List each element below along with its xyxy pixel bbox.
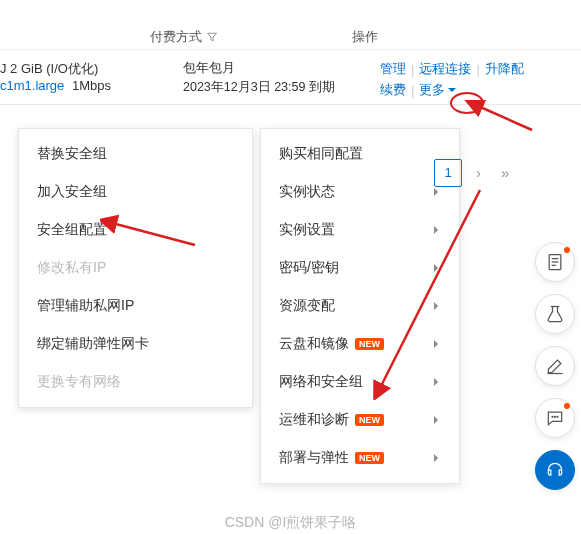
submenu-item-2[interactable]: 安全组配置: [19, 211, 252, 249]
float-btn-lab[interactable]: [535, 294, 575, 334]
more-item-0[interactable]: 购买相同配置: [261, 135, 459, 173]
action-upgrade[interactable]: 升降配: [485, 60, 524, 78]
chevron-right-icon: [431, 187, 441, 197]
payment-cell: 包年包月 2023年12月3日 23:59 到期: [183, 60, 335, 96]
badge-new: NEW: [355, 414, 384, 426]
float-btn-edit[interactable]: [535, 346, 575, 386]
col-payment-label: 付费方式: [150, 28, 202, 46]
float-btn-chat[interactable]: [535, 398, 575, 438]
svg-point-6: [552, 416, 553, 417]
svg-point-7: [555, 416, 556, 417]
annotation-arrow-1: [460, 100, 540, 140]
chevron-right-icon: [431, 415, 441, 425]
instance-row: J 2 GiB (I/O优化) c1m1.large 1Mbps 包年包月 20…: [0, 50, 581, 105]
page-current[interactable]: 1: [434, 159, 462, 187]
submenu-item-0[interactable]: 替换安全组: [19, 135, 252, 173]
chevron-right-icon: [431, 377, 441, 387]
col-payment-header[interactable]: 付费方式: [150, 28, 218, 46]
float-btn-support[interactable]: [535, 450, 575, 490]
more-item-5[interactable]: 云盘和镜像NEW: [261, 325, 459, 363]
more-item-6[interactable]: 网络和安全组: [261, 363, 459, 401]
chevron-down-icon: [447, 85, 457, 95]
more-item-3[interactable]: 密码/密钥: [261, 249, 459, 287]
col-operation-label: 操作: [352, 29, 378, 44]
float-toolbar: [535, 242, 575, 490]
page-last[interactable]: »: [495, 158, 515, 187]
more-item-8[interactable]: 部署与弹性NEW: [261, 439, 459, 477]
actions-cell: 管理 | 远程连接 | 升降配 续费 | 更多: [380, 60, 524, 99]
chevron-right-icon: [431, 301, 441, 311]
submenu-item-4[interactable]: 管理辅助私网IP: [19, 287, 252, 325]
badge-new: NEW: [355, 452, 384, 464]
action-manage[interactable]: 管理: [380, 60, 406, 78]
submenu-item-3: 修改私有IP: [19, 249, 252, 287]
submenu-item-1[interactable]: 加入安全组: [19, 173, 252, 211]
pagination: 1 › »: [434, 158, 515, 187]
spec-type-link[interactable]: c1m1.large: [0, 78, 64, 93]
submenu-item-5[interactable]: 绑定辅助弹性网卡: [19, 325, 252, 363]
action-remote[interactable]: 远程连接: [419, 60, 471, 78]
col-operation-header: 操作: [352, 28, 378, 46]
submenu-item-6: 更换专有网络: [19, 363, 252, 401]
chevron-right-icon: [431, 453, 441, 463]
badge-new: NEW: [355, 338, 384, 350]
dropdown-more: 购买相同配置实例状态实例设置密码/密钥资源变配云盘和镜像NEW网络和安全组运维和…: [260, 128, 460, 484]
page-next[interactable]: ›: [470, 158, 487, 187]
chevron-right-icon: [431, 225, 441, 235]
bandwidth: 1Mbps: [72, 78, 111, 93]
filter-icon: [206, 31, 218, 43]
paytype: 包年包月: [183, 60, 335, 77]
more-item-7[interactable]: 运维和诊断NEW: [261, 401, 459, 439]
watermark: CSDN @I煎饼果子咯: [0, 514, 581, 532]
chevron-right-icon: [431, 339, 441, 349]
more-item-4[interactable]: 资源变配: [261, 287, 459, 325]
instance-spec: J 2 GiB (I/O优化) c1m1.large 1Mbps: [0, 60, 111, 93]
spec-prefix: J 2 GiB (I/O优化): [0, 61, 98, 76]
float-btn-doc[interactable]: [535, 242, 575, 282]
chevron-right-icon: [431, 263, 441, 273]
expire-date: 2023年12月3日 23:59 到期: [183, 79, 335, 96]
submenu-security: 替换安全组加入安全组安全组配置修改私有IP管理辅助私网IP绑定辅助弹性网卡更换专…: [18, 128, 253, 408]
table-header: 付费方式 操作: [0, 0, 581, 50]
more-item-1[interactable]: 实例状态: [261, 173, 459, 211]
action-more[interactable]: 更多: [419, 81, 457, 99]
more-item-2[interactable]: 实例设置: [261, 211, 459, 249]
action-renew[interactable]: 续费: [380, 81, 406, 99]
svg-point-8: [557, 416, 558, 417]
